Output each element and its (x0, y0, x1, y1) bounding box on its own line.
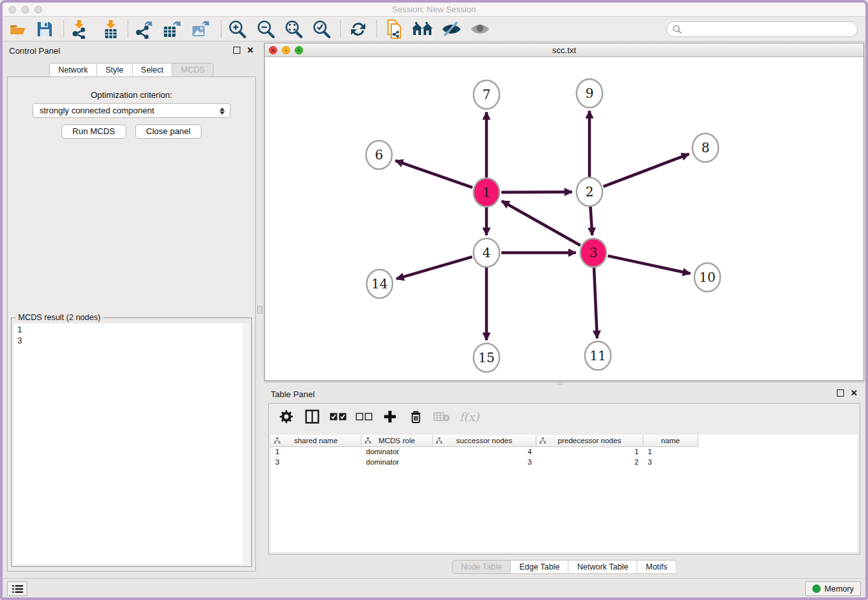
clone-network-icon[interactable] (383, 19, 405, 40)
table-cell[interactable]: 3 (433, 457, 536, 468)
table-cell[interactable]: 2 (536, 457, 643, 468)
table-cell[interactable]: 1 (643, 447, 698, 457)
node-10[interactable]: 10 (694, 263, 720, 292)
edge-2-8[interactable] (604, 154, 689, 187)
window-titlebar: Session: New Session (3, 3, 865, 17)
column-header-name[interactable]: name (643, 435, 698, 446)
settings-icon[interactable] (278, 408, 295, 425)
export-table-icon[interactable] (161, 19, 183, 40)
node-9[interactable]: 9 (577, 79, 602, 108)
select-stepper-icon (218, 106, 226, 116)
zoom-in-icon[interactable] (226, 19, 248, 40)
save-session-icon[interactable] (34, 19, 56, 40)
tab-network-table[interactable]: Network Table (569, 560, 637, 574)
table-row[interactable]: 3dominator323 (271, 457, 698, 468)
tab-mcds[interactable]: MCDS (172, 63, 214, 77)
node-3[interactable]: 3 (580, 238, 606, 267)
network-window-titlebar[interactable]: ✕ − + scc.txt (265, 43, 863, 57)
network-minimize-icon[interactable]: − (282, 46, 290, 54)
table-cell[interactable]: 4 (433, 447, 536, 457)
close-panel-icon[interactable]: ✕ (247, 47, 254, 54)
memory-button[interactable]: Memory (805, 581, 861, 596)
table-cell[interactable]: 3 (643, 457, 698, 468)
table-cell[interactable]: 1 (271, 447, 361, 457)
mcds-result-area[interactable]: 1 3 (14, 323, 249, 564)
zoom-out-icon[interactable] (255, 19, 277, 40)
svg-text:4: 4 (483, 245, 491, 260)
home-icon[interactable] (411, 19, 433, 40)
network-maximize-icon[interactable]: + (295, 46, 303, 54)
add-column-icon[interactable] (382, 408, 398, 425)
search-input[interactable] (667, 21, 858, 37)
deselect-all-icon[interactable] (356, 408, 372, 425)
network-view-window[interactable]: ✕ − + scc.txt 7968124314101511 (264, 43, 864, 381)
mcds-result-title: MCDS result (2 nodes) (16, 313, 103, 322)
close-panel-button[interactable]: Close panel (135, 124, 202, 139)
node-11[interactable]: 11 (585, 341, 611, 370)
tab-motifs[interactable]: Motifs (637, 560, 676, 574)
edge-3-11[interactable] (594, 268, 597, 338)
table-cell[interactable]: 1 (536, 447, 643, 457)
tab-style[interactable]: Style (97, 63, 133, 77)
node-8[interactable]: 8 (692, 133, 718, 162)
split-view-icon[interactable] (304, 408, 321, 425)
window-controls[interactable] (8, 6, 42, 14)
node-14[interactable]: 14 (367, 270, 393, 298)
export-image-icon[interactable] (189, 19, 211, 40)
node-7[interactable]: 7 (474, 80, 499, 109)
table-cell[interactable]: 3 (271, 457, 361, 468)
column-header-predecessor-nodes[interactable]: predecessor nodes (536, 435, 643, 446)
edge-1-2[interactable] (501, 192, 572, 192)
table-toolbar: f(x) (269, 404, 860, 430)
export-network-icon[interactable] (133, 19, 155, 40)
minimize-window-button[interactable] (21, 6, 29, 14)
hide-graphics-details-icon[interactable] (440, 19, 463, 40)
result-scrollbar[interactable] (244, 323, 249, 564)
tab-edge-table[interactable]: Edge Table (511, 560, 569, 574)
network-close-icon[interactable]: ✕ (269, 46, 277, 54)
close-table-panel-icon[interactable]: ✕ (851, 389, 858, 397)
window-title: Session: New Session (3, 3, 865, 17)
network-canvas[interactable]: 7968124314101511 (265, 57, 863, 380)
edge-1-6[interactable] (395, 161, 472, 188)
optimization-criterion-select[interactable]: strongly connected component (32, 103, 231, 118)
refresh-view-icon[interactable] (347, 19, 369, 40)
import-table-icon[interactable] (100, 19, 122, 40)
close-window-button[interactable] (8, 6, 16, 14)
tab-network[interactable]: Network (49, 63, 97, 77)
main-toolbar (3, 17, 865, 41)
table-row[interactable]: 1dominator411 (271, 447, 698, 457)
node-1[interactable]: 1 (474, 178, 499, 207)
node-15[interactable]: 15 (474, 343, 499, 372)
show-graphics-details-icon[interactable] (469, 19, 491, 40)
node-4[interactable]: 4 (474, 238, 499, 267)
import-network-icon[interactable] (68, 19, 90, 40)
float-panel-icon[interactable] (233, 47, 240, 54)
column-header-shared-name[interactable]: shared name (271, 435, 361, 446)
edge-4-14[interactable] (396, 257, 472, 279)
task-history-button[interactable] (7, 581, 27, 596)
tab-node-table[interactable]: Node Table (452, 560, 511, 574)
maximize-window-button[interactable] (34, 6, 42, 14)
column-header-MCDS-role[interactable]: MCDS role (361, 435, 433, 446)
zoom-selected-icon[interactable] (310, 19, 332, 40)
memory-status-icon (812, 584, 821, 593)
node-6[interactable]: 6 (366, 141, 392, 169)
float-table-panel-icon[interactable] (837, 389, 844, 397)
tab-select[interactable]: Select (133, 63, 173, 77)
table-cell[interactable]: dominator (361, 457, 433, 468)
zoom-fit-icon[interactable] (282, 19, 304, 40)
edge-3-10[interactable] (608, 256, 690, 273)
delete-column-icon[interactable] (407, 408, 424, 425)
svg-text:9: 9 (586, 86, 594, 101)
table-cell[interactable]: dominator (361, 447, 433, 457)
node-2[interactable]: 2 (577, 178, 602, 206)
panel-divider-handle[interactable] (257, 306, 262, 314)
edge-3-1[interactable] (502, 201, 580, 245)
edge-2-3[interactable] (590, 207, 592, 235)
run-mcds-button[interactable]: Run MCDS (62, 124, 126, 139)
select-all-icon[interactable] (330, 408, 347, 425)
open-session-icon[interactable] (6, 19, 29, 40)
node-table[interactable]: shared nameMCDS rolesuccessor nodesprede… (271, 435, 858, 552)
column-header-successor-nodes[interactable]: successor nodes (433, 435, 536, 446)
